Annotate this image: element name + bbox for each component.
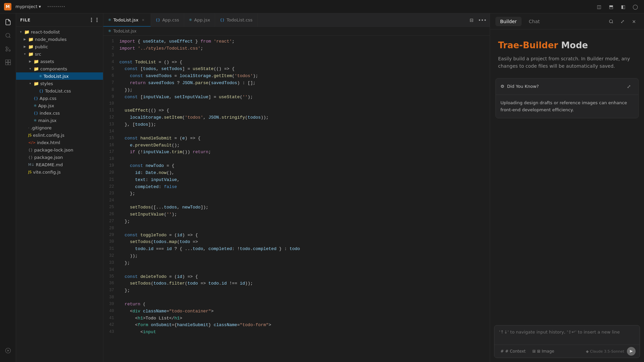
src-folder-icon: 📁	[28, 52, 34, 57]
public-arrow: ▶	[23, 45, 27, 49]
line-content-6: const savedTodos = localStorage.getItem(…	[119, 73, 490, 80]
send-button[interactable]	[627, 347, 636, 356]
tab-todolist-jsx-label: TodoList.jsx	[113, 17, 139, 22]
line-num-9: 9	[103, 94, 119, 101]
layout-icon[interactable]: ◫	[594, 2, 604, 11]
todolist-jsx-label: TodoList.jsx	[44, 74, 100, 79]
code-line-1: 1 import { useState, useEffect } from 'r…	[103, 38, 490, 45]
split-editor-icon[interactable]: ⊟	[467, 15, 476, 25]
context-button[interactable]: # # Context	[498, 348, 528, 355]
line-content-15: const handleSubmit = (e) => {	[119, 135, 490, 142]
sidebar-item-main-jsx[interactable]: ⚛ main.jsx	[16, 117, 103, 124]
tab-app-jsx-icon: ⚛	[189, 18, 192, 22]
tab-app-jsx-label: App.jsx	[194, 17, 210, 22]
index-html-label: index.html	[37, 140, 100, 145]
code-line-23: 23 };	[103, 190, 490, 197]
did-you-know-title: Did You Know?	[507, 84, 539, 89]
sidebar-item-node-modules[interactable]: ▶ 📁 node_modules	[16, 36, 103, 43]
line-content-32: ));	[119, 253, 490, 260]
sidebar-item-gitignore[interactable]: · .gitignore	[16, 124, 103, 131]
line-num-28: 28	[103, 225, 119, 232]
sidebar: File ⋮⋮ ▾ 📁 react-todolist ▶ 📁 node_modu…	[16, 13, 103, 362]
builder-spacer	[490, 118, 644, 325]
app-jsx-label: App.jsx	[38, 103, 100, 108]
sidebar-item-index-html[interactable]: </> index.html	[16, 139, 103, 146]
styles-arrow: ▾	[28, 81, 32, 85]
line-content-39: return (	[119, 301, 490, 308]
line-num-20: 20	[103, 170, 119, 177]
line-num-34: 34	[103, 267, 119, 274]
sidebar-icon[interactable]: ◧	[619, 2, 628, 11]
sidebar-menu-icon[interactable]: ⋮⋮	[90, 15, 99, 25]
line-content-38	[119, 294, 490, 301]
panel-expand-icon[interactable]: ⤢	[618, 17, 627, 26]
line-num-5: 5	[103, 66, 119, 73]
sidebar-item-styles[interactable]: ▾ 📁 styles	[16, 80, 103, 87]
tab-app-css[interactable]: {} App.css	[151, 13, 184, 26]
panel-close-icon[interactable]: ×	[629, 17, 639, 26]
sidebar-item-package-lock[interactable]: {} package-lock.json	[16, 146, 103, 154]
run-icon[interactable]	[2, 345, 14, 357]
search-icon[interactable]	[2, 29, 14, 42]
sidebar-item-todolist-jsx[interactable]: ⚛ TodoList.jsx	[16, 72, 103, 80]
builder-content: Trae-Builder Mode Easily build a project…	[490, 29, 644, 362]
sidebar-item-app-css[interactable]: {} App.css	[16, 95, 103, 102]
sidebar-item-package-json[interactable]: {} package.json	[16, 154, 103, 161]
sidebar-item-components[interactable]: ▾ 📁 components	[16, 65, 103, 72]
code-line-26: 26 setInputValue('');	[103, 211, 490, 218]
line-content-36: setTodos(todos.filter(todo => todo.id !=…	[119, 280, 490, 287]
svg-rect-7	[5, 63, 8, 65]
line-num-38: 38	[103, 294, 119, 301]
tab-todolist-css-label: TodoList.css	[226, 17, 252, 22]
tab-todolist-css-icon: {}	[220, 18, 224, 22]
line-num-30: 30	[103, 239, 119, 246]
line-num-39: 39	[103, 301, 119, 308]
more-actions-icon[interactable]: •••	[478, 15, 487, 25]
line-content-21: text: inputValue,	[119, 177, 490, 184]
app-menu-dots[interactable]	[48, 6, 65, 7]
sidebar-item-eslint[interactable]: JS eslint.config.js	[16, 131, 103, 139]
sidebar-item-public[interactable]: ▶ 📁 public	[16, 43, 103, 50]
line-num-11: 11	[103, 107, 119, 114]
sidebar-item-src[interactable]: ▾ 📁 src	[16, 50, 103, 58]
code-line-39: 39 return (	[103, 301, 490, 308]
panel-icon[interactable]: ⬒	[606, 2, 616, 11]
sidebar-item-assets[interactable]: ▶ 📁 assets	[16, 58, 103, 65]
sidebar-item-root[interactable]: ▾ 📁 react-todolist	[16, 28, 103, 36]
extensions-icon[interactable]	[2, 56, 14, 68]
line-num-42: 42	[103, 322, 119, 329]
did-you-know-expand-icon[interactable]: ⤢	[624, 82, 634, 91]
line-content-1: import { useState, useEffect } from 'rea…	[119, 38, 490, 45]
image-icon: ⊞	[532, 349, 536, 354]
sidebar-item-vite-config[interactable]: JS vite.config.js	[16, 168, 103, 176]
sidebar-item-readme[interactable]: M↓ README.md	[16, 161, 103, 168]
project-name[interactable]: myproject ▾	[15, 4, 41, 9]
tab-app-jsx[interactable]: ⚛ App.jsx	[184, 13, 215, 26]
image-button[interactable]: ⊞ ⊞ Image	[530, 348, 556, 355]
svg-rect-8	[8, 63, 10, 65]
line-content-34	[119, 267, 490, 274]
breadcrumb: ⚛ TodoList.jsx	[103, 27, 490, 36]
line-content-33: };	[119, 260, 490, 267]
tab-bar: ⚛ TodoList.jsx × {} App.css ⚛ App.jsx {}…	[103, 13, 490, 27]
chat-input[interactable]	[494, 325, 640, 344]
panel-search-icon[interactable]	[606, 17, 616, 26]
user-icon[interactable]: ◯	[631, 2, 640, 11]
sidebar-item-todolist-css[interactable]: {} TodoList.css	[16, 87, 103, 95]
line-content-2: import '../styles/TodoList.css';	[119, 45, 490, 52]
source-control-icon[interactable]	[2, 43, 14, 55]
tab-todolist-css[interactable]: {} TodoList.css	[215, 13, 257, 26]
activity-bar	[0, 13, 16, 362]
sidebar-item-index-css[interactable]: {} index.css	[16, 109, 103, 117]
code-editor[interactable]: 1 import { useState, useEffect } from 'r…	[103, 36, 490, 362]
tab-chat[interactable]: Chat	[524, 17, 545, 26]
code-line-8: 8 });	[103, 87, 490, 94]
model-selector[interactable]: ◆ Claude 3.5-Sonnet	[586, 349, 624, 354]
sidebar-item-app-jsx[interactable]: ⚛ App.jsx	[16, 102, 103, 109]
tab-todolist-jsx-close[interactable]: ×	[141, 17, 146, 23]
line-num-2: 2	[103, 45, 119, 52]
code-line-4: 4 const TodoList = () => {	[103, 59, 490, 66]
files-icon[interactable]	[2, 16, 14, 28]
tab-builder[interactable]: Builder	[495, 17, 522, 26]
tab-todolist-jsx[interactable]: ⚛ TodoList.jsx ×	[103, 13, 151, 26]
